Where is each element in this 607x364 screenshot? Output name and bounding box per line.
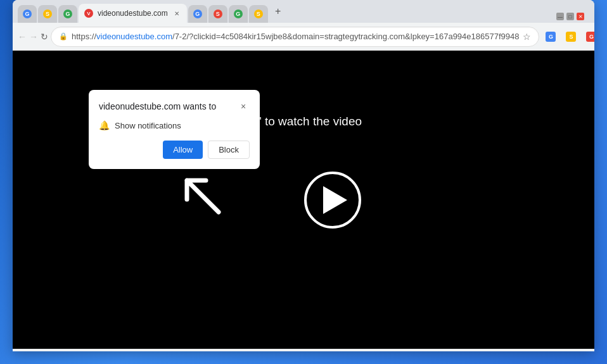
- url-protocol: https://: [72, 32, 96, 41]
- tab-favicon-3: G: [63, 9, 72, 18]
- bookmark-star-icon[interactable]: ☆: [523, 32, 531, 42]
- tab-favicon-2: S: [43, 9, 52, 18]
- browser-bottom-bar: [13, 349, 594, 351]
- play-triangle-icon: [323, 186, 347, 214]
- close-button[interactable]: ✕: [577, 13, 584, 20]
- play-overlay: Press "Allow" to watch the video: [304, 172, 361, 229]
- bell-icon: 🔔: [99, 120, 110, 130]
- popup-close-button[interactable]: ×: [237, 100, 250, 113]
- tab-inactive-1[interactable]: G: [18, 5, 37, 23]
- arrow-pointer-icon: [177, 171, 228, 228]
- tab-favicon-1: G: [23, 9, 32, 18]
- tab-inactive-4[interactable]: G: [188, 5, 207, 23]
- extension-3[interactable]: G: [582, 28, 594, 46]
- tab-active[interactable]: V videonudestube.com ✕: [79, 4, 187, 23]
- tab-favicon-5: S: [214, 9, 222, 18]
- minimize-button[interactable]: —: [556, 13, 564, 20]
- popup-header: videonudestube.com wants to ×: [99, 100, 250, 113]
- back-button[interactable]: ←: [18, 28, 27, 46]
- tab-close-active[interactable]: ✕: [172, 8, 182, 18]
- lock-icon: 🔒: [59, 32, 68, 41]
- tab-inactive-6[interactable]: G: [229, 5, 248, 23]
- notification-popup: videonudestube.com wants to × 🔔 Show not…: [89, 90, 260, 169]
- desktop: G S G V videonudestube.com ✕: [0, 0, 607, 364]
- tab-inactive-7[interactable]: S: [249, 5, 268, 23]
- popup-title: videonudestube.com wants to: [99, 101, 216, 111]
- extension-1[interactable]: G: [542, 28, 559, 46]
- tab-favicon-active: V: [84, 8, 94, 18]
- tab-inactive-3[interactable]: G: [58, 5, 77, 23]
- browser-window: G S G V videonudestube.com ✕: [13, 0, 594, 351]
- tab-bar: G S G V videonudestube.com ✕: [13, 0, 594, 23]
- address-bar[interactable]: 🔒 https://videonudestube.com/7-2/?clicki…: [51, 27, 539, 47]
- popup-buttons: Allow Block: [99, 141, 250, 159]
- new-tab-button[interactable]: +: [269, 3, 287, 20]
- tab-inactive-5[interactable]: S: [208, 5, 227, 23]
- play-button[interactable]: [304, 172, 361, 229]
- browser-content: Press "Allow" to watch the video videonu…: [13, 51, 594, 349]
- tab-favicon-4: G: [193, 9, 202, 18]
- url-domain: videonudestube.com: [96, 32, 172, 41]
- tab-favicon-7: S: [254, 9, 263, 18]
- block-button[interactable]: Block: [208, 141, 250, 159]
- forward-button[interactable]: →: [29, 28, 38, 46]
- extensions-row: G S G S G: [542, 28, 594, 46]
- address-text: https://videonudestube.com/7-2/?clickid=…: [72, 32, 519, 41]
- allow-button[interactable]: Allow: [163, 141, 203, 159]
- tabs-container: G S G V videonudestube.com ✕: [18, 3, 551, 23]
- popup-option-label: Show notifications: [115, 121, 181, 130]
- popup-option: 🔔 Show notifications: [99, 120, 250, 130]
- url-path: /7-2/?clickid=4c5084kir15wjbe8&domain=st…: [172, 32, 519, 41]
- maximize-button[interactable]: □: [566, 13, 574, 20]
- tab-favicon-6: G: [234, 9, 243, 18]
- toolbar: ← → ↻ 🔒 https://videonudestube.com/7-2/?…: [13, 23, 594, 51]
- tab-title-active: videonudestube.com: [98, 9, 168, 18]
- reload-button[interactable]: ↻: [41, 28, 48, 46]
- extension-2[interactable]: S: [562, 28, 580, 46]
- window-controls: — □ ✕: [551, 13, 589, 20]
- tab-inactive-2[interactable]: S: [38, 5, 57, 23]
